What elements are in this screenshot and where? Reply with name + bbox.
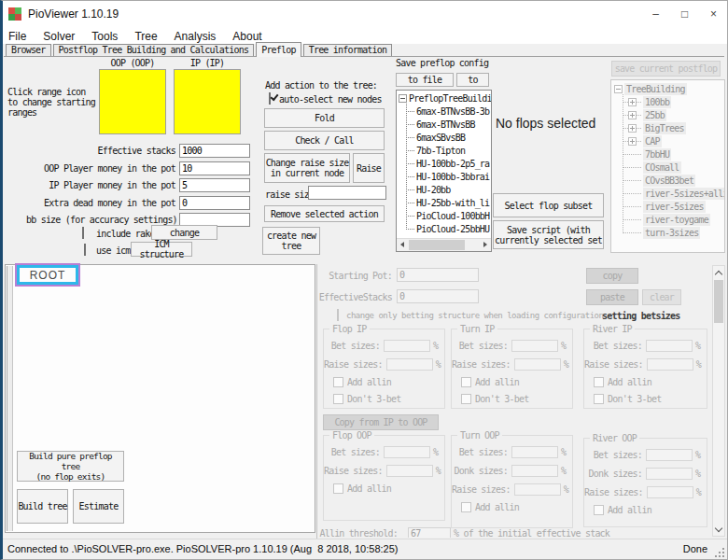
raise-sizes-input xyxy=(647,358,693,371)
bb-size-label: bb size (for accuracy settings) xyxy=(26,215,175,225)
oop-money-label: OOP Player money in the pot xyxy=(26,163,175,174)
postflop-tree-node: CAP xyxy=(623,135,724,147)
tree-node[interactable]: PioCloud-100bbH xyxy=(406,210,491,222)
select-flop-subset-button[interactable]: Select flop subset xyxy=(493,193,604,217)
tree-node[interactable]: 6max-BTNvsBB-3b xyxy=(406,105,491,118)
maximize-icon[interactable]: □ xyxy=(670,0,699,27)
flop-ip-group: Flop IP Bet sizes:% Raise sizes:% Add al… xyxy=(323,329,445,409)
scroll-down-icon[interactable] xyxy=(713,523,724,536)
tree-node[interactable]: 6max-BTNvsBB xyxy=(406,119,491,131)
auto-select-label: auto-select new nodes xyxy=(279,94,382,105)
check-call-button[interactable]: Check / Call xyxy=(264,131,385,150)
allin-threshold-label: Allin threshold: xyxy=(317,528,398,538)
expand-icon xyxy=(628,98,637,106)
root-node[interactable]: ROOT xyxy=(17,265,78,285)
menu-tools[interactable]: Tools xyxy=(83,30,126,43)
effective-stacks-input[interactable] xyxy=(179,144,250,158)
postflop-tree-node: river-toygame xyxy=(623,214,724,226)
save-config-title: Save preflop configurat xyxy=(396,58,489,68)
turn-ip-group: Turn IP Bet sizes:% Raise sizes:% Add al… xyxy=(451,329,573,409)
tree-node-root[interactable]: PreflopTreeBuildin xyxy=(399,92,491,105)
tree-node[interactable]: HU-100bb-2p5_ra xyxy=(406,158,491,170)
tab-browser[interactable]: Browser xyxy=(6,44,51,56)
icm-structure-button[interactable]: ICM structure xyxy=(131,242,192,257)
starting-pot-label: Starting Pot: xyxy=(308,271,392,281)
menu-tree[interactable]: Tree xyxy=(126,30,165,43)
dead-money-input[interactable] xyxy=(179,196,250,210)
ip-range-icon[interactable] xyxy=(174,69,241,134)
tab-tree-information[interactable]: Tree information xyxy=(303,44,393,56)
effective-stacks-cfg-label: EffectiveStacks xyxy=(308,292,392,302)
menu-about[interactable]: About xyxy=(224,30,270,43)
close-icon[interactable]: × xyxy=(699,0,728,27)
menu-file[interactable]: File xyxy=(0,30,35,43)
save-script-button[interactable]: Save script (with currently selected set xyxy=(493,220,604,249)
raise-button[interactable]: Raise xyxy=(353,153,385,183)
oop-range-icon[interactable] xyxy=(99,69,166,134)
change-rake-button[interactable]: change xyxy=(151,225,217,240)
bet-sizes-input xyxy=(646,449,693,461)
expand-icon xyxy=(628,124,637,133)
tab-postflop-tree-building[interactable]: Postflop Tree Building and Calculations xyxy=(53,44,255,56)
postflop-tree-node: BigTrees xyxy=(623,122,724,134)
bet-sizes-input xyxy=(511,446,558,458)
raise-sizes-input xyxy=(386,465,433,477)
minimize-icon[interactable]: – xyxy=(641,0,670,27)
include-rake-checkbox[interactable] xyxy=(82,227,84,239)
tree-node[interactable]: 6maxSBvsBB xyxy=(406,132,491,144)
change-only-betting-checkbox xyxy=(337,309,339,321)
raise-sizes-input xyxy=(386,358,433,371)
remove-action-button[interactable]: Remove selected action xyxy=(264,205,385,222)
oop-money-input[interactable] xyxy=(179,161,250,175)
raise-size-label: raise size xyxy=(265,189,314,200)
tree-node[interactable]: 7bb-Tipton xyxy=(406,145,491,157)
build-pure-preflop-button[interactable]: Build pure preflop tree (no flop exits) xyxy=(17,451,124,482)
vertical-scrollbar[interactable] xyxy=(712,265,725,537)
tree-node[interactable]: HU-25bb-with_li xyxy=(406,197,491,209)
dead-money-label: Extra dead money in the pot xyxy=(26,198,175,208)
menu-analysis[interactable]: Analysis xyxy=(166,30,225,43)
add-allin-checkbox xyxy=(333,377,343,387)
scrollbar-thumb[interactable] xyxy=(409,240,465,250)
use-icm-checkbox[interactable] xyxy=(84,244,86,256)
menu-solver[interactable]: Solver xyxy=(35,30,83,43)
tree-node[interactable]: HU-20bb xyxy=(406,184,491,196)
change-raise-size-button[interactable]: Change raise size in current node xyxy=(264,153,350,183)
preflop-config-list: PreflopTreeBuildin 6max-BTNvsBB-3b 6max-… xyxy=(396,90,492,252)
ip-money-input[interactable] xyxy=(179,178,250,192)
collapse-icon[interactable] xyxy=(399,94,407,103)
raise-sizes-input xyxy=(647,486,693,498)
setting-betsizes-label: setting betsizes xyxy=(602,311,680,321)
save-to-button[interactable]: to xyxy=(456,73,489,87)
tree-node[interactable]: PioCloud-25bbHU xyxy=(406,223,491,235)
status-bar: Connected to .\PioSOLVER-pro.exe. PioSOL… xyxy=(0,539,728,560)
turn-oop-group: Turn OOP Bet sizes:% Donk sizes:% Raise … xyxy=(451,435,573,528)
effective-stacks-cfg-input xyxy=(397,289,479,303)
fold-button[interactable]: Fold xyxy=(264,108,385,128)
tab-preflop[interactable]: Preflop xyxy=(256,42,301,57)
resize-grip[interactable] xyxy=(722,555,724,557)
splitter-handle[interactable] xyxy=(7,266,13,531)
build-tree-button[interactable]: Build tree xyxy=(17,489,68,524)
scroll-right-icon[interactable] xyxy=(480,239,491,250)
auto-select-checkbox[interactable] xyxy=(269,92,271,105)
allin-threshold-suffix: % of the initial effective stack xyxy=(454,528,609,538)
add-allin-checkbox xyxy=(594,377,604,387)
allin-threshold-row: Allin threshold: 67 % of the initial eff… xyxy=(317,527,709,538)
clear-button: clear xyxy=(642,289,681,305)
status-connection-text: Connected to .\PioSOLVER-pro.exe. PioSOL… xyxy=(7,543,398,554)
tree-node[interactable]: HU-100bb-3bbrai xyxy=(406,171,491,183)
starting-pot-input xyxy=(397,268,479,282)
scrollbar-thumb[interactable] xyxy=(714,280,723,323)
raise-size-input[interactable] xyxy=(308,186,386,200)
horizontal-scrollbar[interactable] xyxy=(397,238,491,251)
status-done-text: Done xyxy=(683,543,707,554)
ip-range-label: IP (IP) xyxy=(174,58,241,68)
scroll-up-icon[interactable] xyxy=(713,266,724,279)
scroll-left-icon[interactable] xyxy=(397,239,408,250)
donk-sizes-input xyxy=(646,468,693,480)
postflop-tree-node: river-5sizes+allin xyxy=(623,188,724,200)
create-new-tree-button[interactable]: create new tree xyxy=(262,227,320,255)
estimate-button[interactable]: Estimate xyxy=(73,489,124,524)
save-to-file-button[interactable]: to file xyxy=(396,73,454,87)
